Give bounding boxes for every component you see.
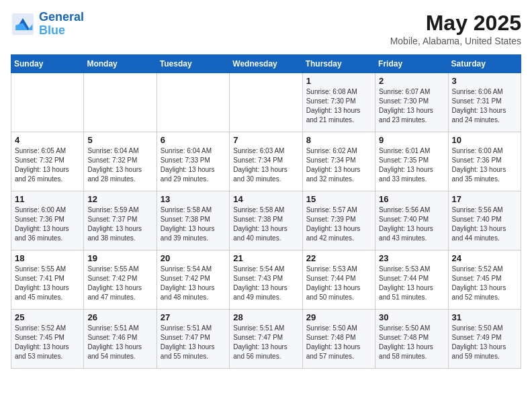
- calendar-cell: 29Sunrise: 5:50 AM Sunset: 7:48 PM Dayli…: [302, 310, 375, 369]
- day-info: Sunrise: 5:53 AM Sunset: 7:44 PM Dayligh…: [306, 265, 371, 302]
- day-info: Sunrise: 5:54 AM Sunset: 7:43 PM Dayligh…: [233, 265, 298, 302]
- calendar-cell: 18Sunrise: 5:55 AM Sunset: 7:41 PM Dayli…: [11, 250, 84, 310]
- calendar-cell: [11, 73, 84, 132]
- calendar-cell: 10Sunrise: 6:00 AM Sunset: 7:36 PM Dayli…: [448, 132, 521, 191]
- calendar-week-3: 11Sunrise: 6:00 AM Sunset: 7:36 PM Dayli…: [11, 191, 521, 250]
- day-number: 2: [379, 76, 444, 86]
- day-number: 29: [306, 312, 371, 322]
- day-info: Sunrise: 5:57 AM Sunset: 7:39 PM Dayligh…: [306, 205, 371, 243]
- day-number: 27: [161, 312, 226, 322]
- day-number: 17: [452, 194, 517, 204]
- calendar-cell: 26Sunrise: 5:51 AM Sunset: 7:46 PM Dayli…: [84, 310, 157, 369]
- calendar-cell: [84, 73, 157, 132]
- day-info: Sunrise: 6:01 AM Sunset: 7:35 PM Dayligh…: [379, 146, 444, 184]
- calendar-cell: 1Sunrise: 6:08 AM Sunset: 7:30 PM Daylig…: [302, 73, 375, 132]
- day-info: Sunrise: 6:04 AM Sunset: 7:33 PM Dayligh…: [161, 146, 226, 184]
- day-info: Sunrise: 5:53 AM Sunset: 7:44 PM Dayligh…: [379, 265, 444, 302]
- day-number: 31: [452, 312, 517, 322]
- calendar-cell: 11Sunrise: 6:00 AM Sunset: 7:36 PM Dayli…: [11, 191, 84, 250]
- day-info: Sunrise: 5:50 AM Sunset: 7:49 PM Dayligh…: [452, 324, 517, 361]
- calendar-cell: 7Sunrise: 6:03 AM Sunset: 7:34 PM Daylig…: [230, 132, 302, 191]
- day-info: Sunrise: 5:50 AM Sunset: 7:48 PM Dayligh…: [306, 324, 371, 361]
- calendar-week-5: 25Sunrise: 5:52 AM Sunset: 7:45 PM Dayli…: [11, 310, 521, 369]
- header-day-friday: Friday: [375, 55, 448, 73]
- header-day-monday: Monday: [84, 55, 157, 73]
- day-info: Sunrise: 5:58 AM Sunset: 7:38 PM Dayligh…: [233, 205, 298, 243]
- calendar-cell: 25Sunrise: 5:52 AM Sunset: 7:45 PM Dayli…: [11, 310, 84, 369]
- day-info: Sunrise: 5:58 AM Sunset: 7:38 PM Dayligh…: [161, 205, 226, 243]
- day-number: 22: [306, 253, 371, 263]
- day-info: Sunrise: 5:52 AM Sunset: 7:45 PM Dayligh…: [15, 324, 80, 361]
- day-info: Sunrise: 6:02 AM Sunset: 7:34 PM Dayligh…: [306, 146, 371, 184]
- day-info: Sunrise: 5:51 AM Sunset: 7:46 PM Dayligh…: [87, 324, 152, 361]
- calendar-cell: 17Sunrise: 5:56 AM Sunset: 7:40 PM Dayli…: [448, 191, 521, 250]
- day-number: 1: [306, 76, 371, 86]
- calendar-cell: 30Sunrise: 5:50 AM Sunset: 7:48 PM Dayli…: [375, 310, 448, 369]
- day-number: 12: [87, 194, 152, 204]
- header-day-wednesday: Wednesday: [230, 55, 302, 73]
- day-number: 30: [379, 312, 444, 322]
- day-number: 6: [161, 135, 226, 145]
- calendar-cell: 14Sunrise: 5:58 AM Sunset: 7:38 PM Dayli…: [230, 191, 302, 250]
- calendar-cell: 15Sunrise: 5:57 AM Sunset: 7:39 PM Dayli…: [302, 191, 375, 250]
- calendar-cell: 22Sunrise: 5:53 AM Sunset: 7:44 PM Dayli…: [302, 250, 375, 310]
- calendar-title: May 2025: [390, 11, 521, 36]
- logo-text: General Blue: [39, 11, 84, 38]
- calendar-cell: 3Sunrise: 6:06 AM Sunset: 7:31 PM Daylig…: [448, 73, 521, 132]
- day-number: 9: [379, 135, 444, 145]
- day-number: 15: [306, 194, 371, 204]
- day-number: 18: [15, 253, 80, 263]
- calendar-cell: 2Sunrise: 6:07 AM Sunset: 7:30 PM Daylig…: [375, 73, 448, 132]
- day-number: 10: [452, 135, 517, 145]
- calendar-cell: 4Sunrise: 6:05 AM Sunset: 7:32 PM Daylig…: [11, 132, 84, 191]
- calendar-cell: 21Sunrise: 5:54 AM Sunset: 7:43 PM Dayli…: [230, 250, 302, 310]
- title-block: May 2025 Mobile, Alabama, United States: [390, 11, 521, 46]
- day-number: 24: [452, 253, 517, 263]
- day-info: Sunrise: 5:54 AM Sunset: 7:42 PM Dayligh…: [161, 265, 226, 302]
- day-info: Sunrise: 6:07 AM Sunset: 7:30 PM Dayligh…: [379, 87, 444, 125]
- day-info: Sunrise: 5:56 AM Sunset: 7:40 PM Dayligh…: [452, 205, 517, 243]
- page-header: General Blue May 2025 Mobile, Alabama, U…: [11, 11, 521, 46]
- day-info: Sunrise: 5:52 AM Sunset: 7:45 PM Dayligh…: [452, 265, 517, 302]
- header-day-sunday: Sunday: [11, 55, 84, 73]
- calendar-cell: 24Sunrise: 5:52 AM Sunset: 7:45 PM Dayli…: [448, 250, 521, 310]
- day-info: Sunrise: 6:06 AM Sunset: 7:31 PM Dayligh…: [452, 87, 517, 125]
- day-info: Sunrise: 6:04 AM Sunset: 7:32 PM Dayligh…: [87, 146, 152, 184]
- day-number: 28: [233, 312, 298, 322]
- day-info: Sunrise: 5:59 AM Sunset: 7:37 PM Dayligh…: [87, 205, 152, 243]
- calendar-cell: 23Sunrise: 5:53 AM Sunset: 7:44 PM Dayli…: [375, 250, 448, 310]
- calendar-cell: 28Sunrise: 5:51 AM Sunset: 7:47 PM Dayli…: [230, 310, 302, 369]
- calendar-cell: 20Sunrise: 5:54 AM Sunset: 7:42 PM Dayli…: [157, 250, 229, 310]
- calendar-subtitle: Mobile, Alabama, United States: [390, 36, 521, 46]
- day-number: 13: [161, 194, 226, 204]
- calendar-cell: 5Sunrise: 6:04 AM Sunset: 7:32 PM Daylig…: [84, 132, 157, 191]
- header-row: SundayMondayTuesdayWednesdayThursdayFrid…: [11, 55, 521, 73]
- calendar-cell: 31Sunrise: 5:50 AM Sunset: 7:49 PM Dayli…: [448, 310, 521, 369]
- day-number: 25: [15, 312, 80, 322]
- calendar-cell: [157, 73, 229, 132]
- day-number: 21: [233, 253, 298, 263]
- day-info: Sunrise: 6:05 AM Sunset: 7:32 PM Dayligh…: [15, 146, 80, 184]
- header-day-thursday: Thursday: [302, 55, 375, 73]
- day-info: Sunrise: 5:55 AM Sunset: 7:41 PM Dayligh…: [15, 265, 80, 302]
- calendar-header: SundayMondayTuesdayWednesdayThursdayFrid…: [11, 55, 521, 73]
- day-number: 19: [87, 253, 152, 263]
- logo: General Blue: [11, 11, 84, 38]
- day-info: Sunrise: 5:50 AM Sunset: 7:48 PM Dayligh…: [379, 324, 444, 361]
- day-number: 16: [379, 194, 444, 204]
- calendar-week-1: 1Sunrise: 6:08 AM Sunset: 7:30 PM Daylig…: [11, 73, 521, 132]
- logo-icon: [11, 12, 35, 36]
- day-number: 4: [15, 135, 80, 145]
- day-number: 11: [15, 194, 80, 204]
- calendar-cell: [230, 73, 302, 132]
- day-number: 8: [306, 135, 371, 145]
- day-info: Sunrise: 5:51 AM Sunset: 7:47 PM Dayligh…: [233, 324, 298, 361]
- calendar-cell: 19Sunrise: 5:55 AM Sunset: 7:42 PM Dayli…: [84, 250, 157, 310]
- day-info: Sunrise: 6:08 AM Sunset: 7:30 PM Dayligh…: [306, 87, 371, 125]
- day-number: 3: [452, 76, 517, 86]
- calendar-cell: 8Sunrise: 6:02 AM Sunset: 7:34 PM Daylig…: [302, 132, 375, 191]
- calendar-cell: 13Sunrise: 5:58 AM Sunset: 7:38 PM Dayli…: [157, 191, 229, 250]
- day-info: Sunrise: 5:51 AM Sunset: 7:47 PM Dayligh…: [161, 324, 226, 361]
- calendar-week-2: 4Sunrise: 6:05 AM Sunset: 7:32 PM Daylig…: [11, 132, 521, 191]
- calendar-cell: 9Sunrise: 6:01 AM Sunset: 7:35 PM Daylig…: [375, 132, 448, 191]
